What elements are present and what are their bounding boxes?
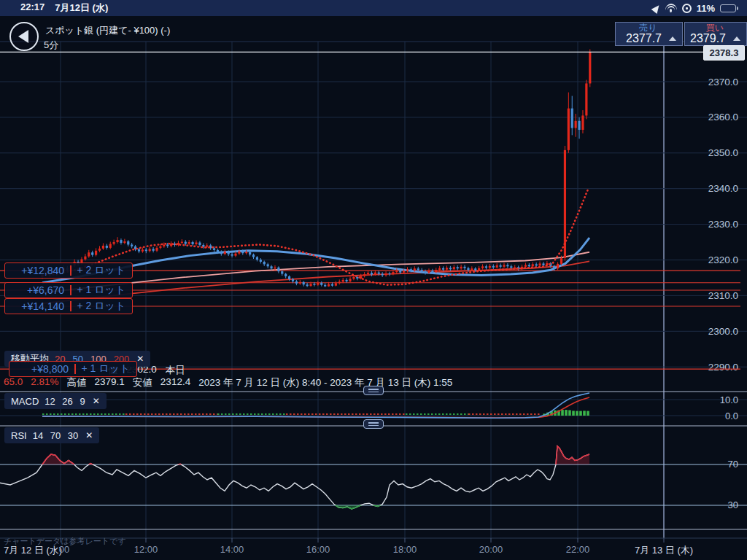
chart-canvas[interactable]: 2370.02360.02350.02340.02330.02320.02310…: [0, 0, 747, 560]
instrument-title: スポット銀 (円建て- ¥100) (-): [45, 24, 170, 37]
svg-text:2360.0: 2360.0: [708, 112, 738, 122]
rsi-label: RSI: [11, 430, 27, 441]
svg-text:2290.0: 2290.0: [708, 362, 738, 373]
macd-params: 12 26 9: [44, 396, 85, 407]
position-tag[interactable]: +¥14,140+ 2 ロット: [4, 298, 133, 314]
svg-text:2330.0: 2330.0: [708, 219, 738, 230]
time-axis-label: 22:00: [566, 544, 590, 555]
rsi-params: 14 70 30: [33, 430, 79, 441]
position-pnl: +¥8,800: [16, 363, 69, 375]
position-tag[interactable]: +¥8,800+ 1 ロット: [9, 361, 137, 377]
clock: 22:17: [20, 1, 44, 15]
position-tag[interactable]: +¥12,840+ 2 ロット: [4, 262, 133, 279]
trading-app: 2370.02360.02350.02340.02330.02320.02310…: [0, 0, 747, 560]
position-pnl: +¥12,840: [12, 265, 64, 276]
time-axis-label: 14:00: [220, 544, 244, 555]
status-bar: 22:17 7月12日 (水) 11%: [0, 0, 747, 16]
battery-percent: 11%: [697, 3, 715, 14]
svg-text:2350.0: 2350.0: [708, 147, 738, 158]
buy-up-triangle-icon: [733, 36, 740, 41]
current-price-tag: 2378.3: [703, 45, 745, 61]
low-label: 安値: [133, 376, 152, 389]
macd-label: MACD: [11, 396, 39, 407]
session-label: 本日: [166, 364, 185, 377]
time-axis-label: 20:00: [479, 544, 503, 555]
svg-text:70: 70: [728, 459, 738, 470]
sell-price: 2377.7: [626, 33, 662, 44]
position-lots: + 2 ロット: [77, 300, 126, 313]
back-icon: [18, 30, 28, 43]
low-value: 2312.4: [160, 376, 190, 389]
position-pnl: +¥14,140: [12, 300, 64, 312]
position-tag[interactable]: +¥6,670+ 1 ロット: [4, 282, 133, 298]
svg-text:2340.0: 2340.0: [708, 183, 738, 194]
wifi-icon: [665, 4, 677, 12]
rotation-lock-icon: [682, 4, 692, 13]
position-lots: + 2 ロット: [77, 264, 126, 277]
rsi-legend[interactable]: RSI 14 70 30 ✕: [4, 427, 99, 443]
timeframe-label[interactable]: 5分: [44, 39, 58, 52]
rsi-pane: 7030: [0, 446, 747, 510]
rsi-pane-resize-handle[interactable]: [363, 419, 384, 429]
high-label: 高値: [67, 376, 87, 389]
svg-text:0.0: 0.0: [725, 411, 738, 421]
macd-legend[interactable]: MACD 12 26 9 ✕: [4, 393, 107, 409]
position-lots: + 1 ロット: [77, 284, 126, 297]
back-button[interactable]: [9, 22, 39, 51]
sell-button[interactable]: 売り 2377.7: [615, 22, 683, 46]
sell-up-triangle-icon: [669, 36, 676, 41]
high-value: 2379.1: [95, 376, 125, 389]
status-date: 7月12日 (水): [55, 1, 108, 15]
session-range: 2023 年 7 月 12 日 (水) 8:40 - 2023 年 7 月 13…: [198, 376, 452, 389]
svg-text:2310.0: 2310.0: [708, 290, 738, 301]
svg-text:2320.0: 2320.0: [708, 254, 738, 265]
time-axis-label: 16:00: [306, 544, 330, 555]
macd-pane: 10.00.0: [0, 393, 747, 421]
time-axis-label: 18:00: [393, 544, 417, 555]
candles-layer: [41, 50, 591, 287]
rsi-close-icon[interactable]: ✕: [85, 430, 93, 440]
buy-button[interactable]: 買い 2379.7: [684, 22, 747, 46]
svg-text:10.0: 10.0: [720, 394, 738, 405]
change-value: 65.0: [4, 376, 23, 389]
macd-close-icon[interactable]: ✕: [93, 396, 100, 406]
position-lots: + 1 ロット: [82, 362, 131, 376]
position-pnl: +¥6,670: [12, 284, 64, 296]
svg-text:2370.0: 2370.0: [708, 77, 738, 88]
location-arrow-icon: [651, 3, 662, 14]
session-stats-line: 65.0 2.81% 高値 2379.1 安値 2312.4 2023 年 7 …: [4, 376, 452, 389]
ma-close-icon[interactable]: ✕: [136, 354, 144, 364]
buy-price: 2379.7: [690, 33, 726, 44]
macd-pane-resize-handle[interactable]: [363, 386, 384, 395]
time-axis-label: 7月 13 日 (木): [635, 544, 693, 557]
svg-text:2300.0: 2300.0: [708, 326, 738, 337]
svg-text:30: 30: [728, 499, 738, 510]
battery-icon: [720, 4, 738, 12]
time-axis-label: 12:00: [134, 544, 158, 555]
disclaimer: チャートデータは参考レートです: [4, 536, 126, 547]
change-percent: 2.81%: [31, 376, 58, 389]
